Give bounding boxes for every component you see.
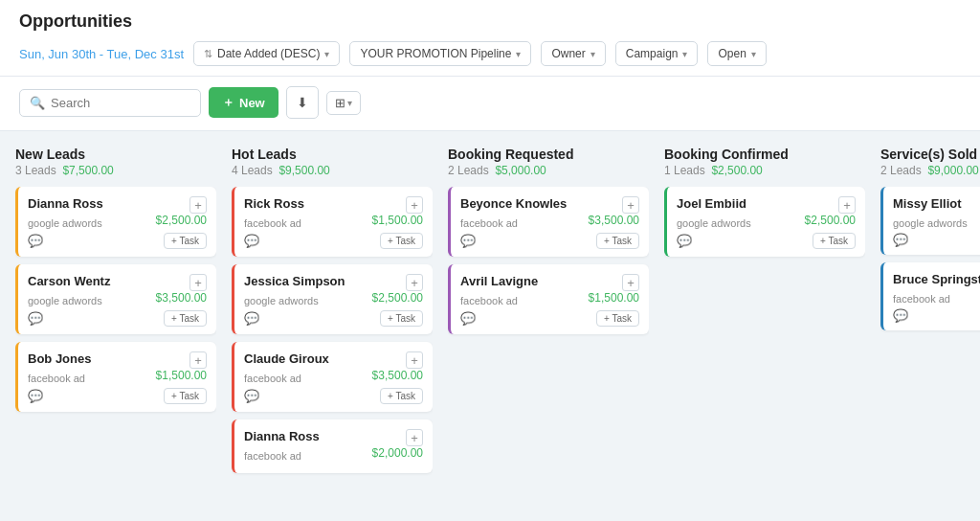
card-source: facebook ad xyxy=(893,293,980,305)
card-footer: 💬 + Task xyxy=(28,388,207,404)
column-service-sold: Service(s) Sold 2 Leads $9,000.00 Missy … xyxy=(880,147,980,521)
card[interactable]: Joel Embiid + google adwords $2,500.00 💬… xyxy=(664,187,865,257)
owner-filter-btn[interactable]: Owner ▾ xyxy=(541,41,605,66)
filter-row: Sun, Jun 30th - Tue, Dec 31st ⇅ Date Add… xyxy=(19,41,961,76)
download-icon: ⬇ xyxy=(297,95,308,110)
column-meta-hot-leads: 4 Leads $9,500.00 xyxy=(232,164,433,177)
task-btn[interactable]: + Task xyxy=(813,233,856,249)
card-footer: 💬 + Task xyxy=(460,233,639,249)
card-add-btn[interactable]: + xyxy=(622,274,639,291)
column-total-new-leads: $7,500.00 xyxy=(62,164,113,177)
column-meta-booking-requested: 2 Leads $5,000.00 xyxy=(448,164,649,177)
chat-icon: 💬 xyxy=(244,389,259,403)
card-name: Claude Giroux xyxy=(244,351,329,366)
header: Opportunities Sun, Jun 30th - Tue, Dec 3… xyxy=(0,0,980,77)
task-btn[interactable]: + Task xyxy=(596,233,639,249)
card-footer: 💬 + Task xyxy=(244,233,423,249)
card-name: Dianna Ross xyxy=(244,429,320,443)
card[interactable]: Beyonce Knowles + facebook ad $3,500.00 … xyxy=(448,187,649,257)
campaign-filter-btn[interactable]: Campaign ▾ xyxy=(615,41,699,66)
card-add-btn[interactable]: + xyxy=(838,196,856,214)
task-btn[interactable]: + Task xyxy=(164,388,207,404)
task-btn[interactable]: + Task xyxy=(380,310,423,327)
cards-list-service-sold: Missy Elliot + google adwords $3,… 💬 Bru… xyxy=(880,187,980,521)
task-btn[interactable]: + Task xyxy=(596,310,639,327)
card-amount: $2,500.00 xyxy=(156,214,207,227)
card-footer: 💬 + Task xyxy=(28,233,207,249)
grid-icon: ⊞ xyxy=(335,96,345,110)
card[interactable]: Jessica Simpson + google adwords $2,500.… xyxy=(232,264,433,334)
card-header: Bruce Springsteen + xyxy=(893,272,980,289)
card-header: Carson Wentz + xyxy=(28,274,207,291)
cards-list-booking-confirmed: Joel Embiid + google adwords $2,500.00 💬… xyxy=(664,187,865,521)
status-filter-btn[interactable]: Open ▾ xyxy=(707,41,766,66)
card-add-btn[interactable]: + xyxy=(189,196,207,214)
column-title-booking-requested: Booking Requested xyxy=(448,147,649,162)
column-header-hot-leads: Hot Leads 4 Leads $9,500.00 xyxy=(232,147,433,177)
new-button[interactable]: ＋ New xyxy=(209,87,278,118)
date-filter[interactable]: Sun, Jun 30th - Tue, Dec 31st xyxy=(19,47,184,61)
column-total-booking-confirmed: $2,500.00 xyxy=(711,164,762,177)
column-meta-new-leads: 3 Leads $7,500.00 xyxy=(15,164,216,177)
card[interactable]: Dianna Ross + google adwords $2,500.00 💬… xyxy=(15,187,216,257)
task-btn[interactable]: + Task xyxy=(380,233,423,249)
cards-list-booking-requested: Beyonce Knowles + facebook ad $3,500.00 … xyxy=(448,187,649,521)
download-button[interactable]: ⬇ xyxy=(286,86,319,119)
card-name: Rick Ross xyxy=(244,196,304,211)
card-header: Rick Ross + xyxy=(244,196,423,214)
column-title-booking-confirmed: Booking Confirmed xyxy=(664,147,865,162)
card-footer: 💬 + Task xyxy=(460,310,639,327)
card[interactable]: Carson Wentz + google adwords $3,500.00 … xyxy=(15,264,216,334)
card-footer: 💬 xyxy=(893,308,980,323)
card-amount: $1,500.00 xyxy=(372,214,423,227)
card-add-btn[interactable]: + xyxy=(189,274,207,291)
search-input[interactable] xyxy=(51,96,175,110)
cards-list-new-leads: Dianna Ross + google adwords $2,500.00 💬… xyxy=(15,187,216,521)
campaign-chevron-icon: ▾ xyxy=(682,49,687,59)
card-add-btn[interactable]: + xyxy=(406,351,423,369)
card[interactable]: Bruce Springsteen + facebook ad $5,… 💬 xyxy=(880,262,980,330)
card-name: Bob Jones xyxy=(28,351,91,366)
card[interactable]: Bob Jones + facebook ad $1,500.00 💬 + Ta… xyxy=(15,342,216,412)
cards-list-hot-leads: Rick Ross + facebook ad $1,500.00 💬 + Ta… xyxy=(232,187,433,521)
card-amount: $2,500.00 xyxy=(805,214,856,227)
card-add-btn[interactable]: + xyxy=(406,429,423,446)
task-btn[interactable]: + Task xyxy=(164,310,207,327)
search-icon: 🔍 xyxy=(30,96,45,110)
chat-icon: 💬 xyxy=(28,389,43,403)
card[interactable]: Missy Elliot + google adwords $3,… 💬 xyxy=(880,187,980,255)
card-add-btn[interactable]: + xyxy=(406,196,423,214)
view-toggle-btn[interactable]: ⊞ ▾ xyxy=(326,91,361,115)
chat-icon: 💬 xyxy=(893,308,908,323)
card-header: Dianna Ross + xyxy=(28,196,207,214)
view-toggle-chevron-icon: ▾ xyxy=(347,98,352,108)
page-container: Opportunities Sun, Jun 30th - Tue, Dec 3… xyxy=(0,0,980,521)
card[interactable]: Dianna Ross + facebook ad $2,000.00 xyxy=(232,419,433,473)
card-footer: 💬 + Task xyxy=(677,233,856,249)
column-total-service-sold: $9,000.00 xyxy=(927,164,978,177)
search-input-wrap[interactable]: 🔍 xyxy=(19,89,201,117)
column-new-leads: New Leads 3 Leads $7,500.00 Dianna Ross … xyxy=(15,147,216,521)
task-btn[interactable]: + Task xyxy=(164,233,207,249)
sort-icon: ⇅ xyxy=(204,48,212,60)
card[interactable]: Claude Giroux + facebook ad $3,500.00 💬 … xyxy=(232,342,433,412)
toolbar: 🔍 ＋ New ⬇ ⊞ ▾ xyxy=(0,77,980,131)
card-add-btn[interactable]: + xyxy=(622,196,639,214)
card-name: Beyonce Knowles xyxy=(460,196,567,211)
card[interactable]: Rick Ross + facebook ad $1,500.00 💬 + Ta… xyxy=(232,187,433,257)
card-source: google adwords xyxy=(893,217,980,229)
pipeline-filter-btn[interactable]: YOUR PROMOTION Pipeline ▾ xyxy=(349,41,531,66)
pipeline-label: YOUR PROMOTION Pipeline xyxy=(360,47,511,60)
sort-filter-btn[interactable]: ⇅ Date Added (DESC) ▾ xyxy=(193,41,340,66)
card-name: Bruce Springsteen xyxy=(893,272,980,286)
card[interactable]: Avril Lavigne + facebook ad $1,500.00 💬 … xyxy=(448,264,649,334)
chat-icon: 💬 xyxy=(28,234,43,248)
status-label: Open xyxy=(718,47,746,60)
column-header-booking-requested: Booking Requested 2 Leads $5,000.00 xyxy=(448,147,649,177)
chat-icon: 💬 xyxy=(460,311,476,326)
card-add-btn[interactable]: + xyxy=(189,351,207,369)
task-btn[interactable]: + Task xyxy=(380,388,423,404)
card-add-btn[interactable]: + xyxy=(406,274,423,291)
chat-icon: 💬 xyxy=(28,311,43,326)
sort-label: Date Added (DESC) xyxy=(217,47,320,60)
